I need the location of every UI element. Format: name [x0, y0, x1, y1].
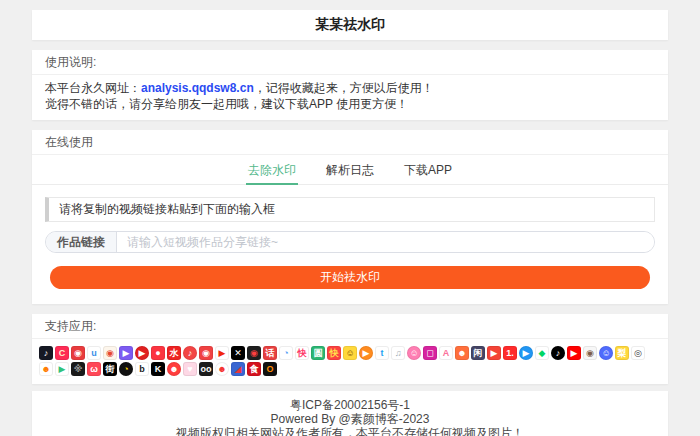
app-icon: 圆 — [311, 346, 325, 360]
app-icon: O — [263, 362, 277, 376]
app-icon: ◎ — [631, 346, 645, 360]
acfun-icon: A — [439, 346, 453, 360]
app-icon: C — [55, 346, 69, 360]
app-icon: ♥ — [183, 362, 197, 376]
app-icon: ☻ — [167, 362, 181, 376]
start-remove-watermark-button[interactable]: 开始祛水印 — [50, 266, 650, 289]
app-icon: ▶ — [119, 346, 133, 360]
powered-by: Powered By @素颜博客-2023 — [32, 412, 668, 426]
app-icon: ♪ — [551, 346, 565, 360]
app-icon: ◢ — [231, 362, 245, 376]
app-icon-row: ♪C◉u◉▶▶●水♪◉▶✕◉话◔快圆快☺▶t♫☺◻A☻闲▶1.▶◆♪▶◉☺梨◎ — [39, 345, 661, 361]
page-container: 某某祛水印 使用说明: 本平台永久网址：analysis.qqdsw8.cn，记… — [32, 10, 668, 436]
online-use-card: 在线使用 去除水印 解析日志 下载APP 请将复制的视频链接粘贴到下面的输入框 … — [32, 130, 668, 304]
instructions-line1: 本平台永久网址：analysis.qqdsw8.cn，记得收藏起来，方便以后使用… — [45, 80, 655, 96]
app-icon: ▶ — [55, 362, 69, 376]
copyright-disclaimer: 视频版权归相关网站及作者所有，本平台不存储任何视频及图片！ — [32, 426, 668, 436]
app-icon: ● — [151, 346, 165, 360]
app-icon: ♪ — [183, 346, 197, 360]
instructions-body: 本平台永久网址：analysis.qqdsw8.cn，记得收藏起来，方便以后使用… — [32, 75, 668, 120]
app-icon: ◆ — [535, 346, 549, 360]
instructions-line1-suffix: ，记得收藏起来，方便以后使用！ — [254, 81, 434, 95]
app-icon: ☻ — [455, 346, 469, 360]
apps-section-title: 支持应用: — [32, 314, 668, 339]
app-icon: 闲 — [471, 346, 485, 360]
tab-remove-watermark[interactable]: 去除水印 — [246, 157, 298, 185]
douyin-icon: ♪ — [39, 346, 53, 360]
paste-notice: 请将复制的视频链接粘贴到下面的输入框 — [45, 197, 655, 222]
app-icon: 梨 — [615, 346, 629, 360]
app-icon: 1. — [503, 346, 517, 360]
app-icon: ▶ — [359, 346, 373, 360]
permanent-url-link[interactable]: analysis.qqdsw8.cn — [141, 81, 254, 95]
app-icon: oo — [199, 362, 213, 376]
apps-body: ♪C◉u◉▶▶●水♪◉▶✕◉话◔快圆快☺▶t♫☺◻A☻闲▶1.▶◆♪▶◉☺梨◎ … — [32, 339, 668, 384]
weibo-icon: ◉ — [103, 346, 117, 360]
app-icon: 话 — [263, 346, 277, 360]
app-icon: ☻ — [39, 362, 53, 376]
supported-apps-card: 支持应用: ♪C◉u◉▶▶●水♪◉▶✕◉话◔快圆快☺▶t♫☺◻A☻闲▶1.▶◆♪… — [32, 314, 668, 384]
app-icon: ♫ — [391, 346, 405, 360]
youtube-icon: ▶ — [567, 346, 581, 360]
app-icon: ◔ — [279, 346, 293, 360]
instructions-line2: 觉得不错的话，请分享给朋友一起用哦，建议下载APP 使用更方便！ — [45, 96, 655, 112]
app-icon: K — [151, 362, 165, 376]
online-section-title: 在线使用 — [32, 130, 668, 155]
footer-card: 粤ICP备20002156号-1 Powered By @素颜博客-2023 视… — [32, 391, 668, 436]
link-input-label: 作品链接 — [46, 232, 117, 252]
app-icon: ☺ — [343, 346, 357, 360]
app-icon: 食 — [247, 362, 261, 376]
capcut-icon: ✕ — [231, 346, 245, 360]
app-icon: ◉ — [71, 346, 85, 360]
app-icon: ◉ — [199, 346, 213, 360]
twitter-icon: t — [375, 346, 389, 360]
app-icon: ※ — [71, 362, 85, 376]
app-icon: ◉ — [247, 346, 261, 360]
app-icon: 街 — [103, 362, 117, 376]
instructions-line1-prefix: 本平台永久网址： — [45, 81, 141, 95]
app-icon: 快 — [327, 346, 341, 360]
app-icon: ▶ — [487, 346, 501, 360]
app-icon: ◉ — [583, 346, 597, 360]
app-icon: ▶ — [215, 346, 229, 360]
app-icon: ☻ — [215, 362, 229, 376]
icp-record: 粤ICP备20002156号-1 — [32, 398, 668, 412]
video-link-input[interactable] — [117, 232, 654, 252]
app-icon: ☺ — [407, 346, 421, 360]
app-icon: ◔ — [119, 362, 133, 376]
instructions-section-title: 使用说明: — [32, 50, 668, 75]
tab-download-app[interactable]: 下载APP — [402, 157, 454, 185]
online-body: 请将复制的视频链接粘贴到下面的输入框 作品链接 开始祛水印 — [32, 185, 668, 304]
instagram-icon: ◻ — [423, 346, 437, 360]
tab-parse-log[interactable]: 解析日志 — [324, 157, 376, 185]
app-icon: ▶ — [135, 346, 149, 360]
app-icon: b — [135, 362, 149, 376]
app-icon: u — [87, 346, 101, 360]
app-icon: 水 — [167, 346, 181, 360]
app-icon-row: ☻▶※ω街◔bK☻♥oo☻◢食O — [39, 361, 661, 377]
app-icon: ☺ — [599, 346, 613, 360]
page-title: 某某祛水印 — [32, 16, 668, 34]
instructions-card: 使用说明: 本平台永久网址：analysis.qqdsw8.cn，记得收藏起来，… — [32, 50, 668, 120]
header-card: 某某祛水印 — [32, 10, 668, 40]
app-icon: ▶ — [519, 346, 533, 360]
link-input-row: 作品链接 — [45, 231, 655, 253]
app-icon: ω — [87, 362, 101, 376]
tab-bar: 去除水印 解析日志 下载APP — [32, 155, 668, 185]
kuaishou-icon: 快 — [295, 346, 309, 360]
